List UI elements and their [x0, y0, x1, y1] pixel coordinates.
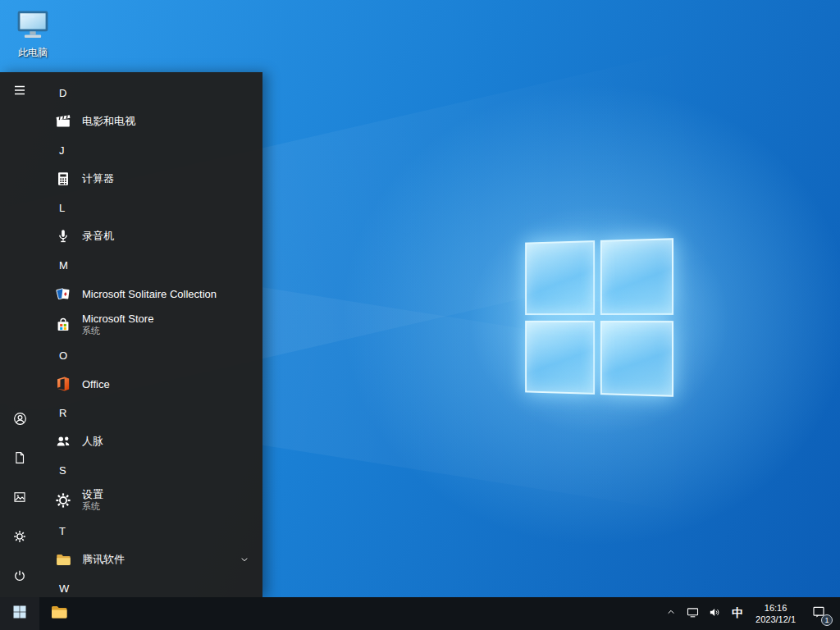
action-center-button[interactable]: 1 [802, 597, 835, 630]
settings-button[interactable] [0, 518, 39, 558]
start-menu-rail [0, 72, 39, 597]
start-app-list: D 电影和电视 J [39, 72, 262, 597]
app-item-settings[interactable]: 设置 系统 [39, 484, 262, 517]
section-letter-l[interactable]: L [39, 194, 262, 221]
speaker-icon [708, 605, 722, 623]
section-letter-j[interactable]: J [39, 136, 262, 164]
app-label: 腾讯软件 [82, 552, 125, 567]
app-item-calculator[interactable]: 计算器 [39, 164, 262, 194]
system-tray: 中 16:16 2023/12/1 1 [660, 597, 840, 630]
folder-icon [49, 602, 69, 625]
computer-monitor-icon [15, 31, 51, 45]
app-item-microsoft-store[interactable]: Microsoft Store 系统 [39, 308, 262, 341]
folder-icon [52, 549, 74, 570]
app-item-movies-tv[interactable]: 电影和电视 [39, 107, 262, 136]
app-label: 人脉 [82, 434, 103, 449]
clock-time: 16:16 [765, 602, 788, 614]
app-item-tencent-folder[interactable]: 腾讯软件 [39, 545, 262, 574]
expand-menu-button[interactable] [0, 72, 39, 112]
windows-logo [525, 238, 673, 397]
section-letter-d[interactable]: D [39, 79, 262, 107]
clock-date: 2023/12/1 [756, 614, 796, 625]
volume-button[interactable] [704, 597, 726, 630]
calculator-icon [52, 168, 74, 189]
section-letter-o[interactable]: O [39, 341, 262, 369]
windows-logo-pane [525, 240, 594, 314]
network-icon [686, 605, 700, 623]
notification-badge: 1 [821, 614, 833, 626]
office-icon [52, 373, 74, 395]
gear-icon [52, 490, 74, 511]
app-label: Office [82, 378, 110, 390]
app-item-voice-recorder[interactable]: 录音机 [39, 221, 262, 251]
app-label: Microsoft Store [82, 313, 153, 325]
windows-logo-pane [525, 320, 594, 394]
file-explorer-button[interactable] [39, 597, 79, 630]
documents-button[interactable] [0, 440, 39, 479]
network-button[interactable] [682, 597, 704, 630]
account-button[interactable] [0, 400, 39, 440]
section-letter-m[interactable]: M [39, 251, 262, 279]
pictures-button[interactable] [0, 479, 39, 518]
section-letter-s[interactable]: S [39, 456, 262, 484]
power-icon [12, 568, 27, 587]
app-sublabel: 系统 [82, 500, 103, 512]
windows-logo-pane [600, 321, 673, 397]
section-letter-t[interactable]: T [39, 517, 262, 545]
section-letter-w[interactable]: W [39, 574, 262, 597]
windows-logo-pane [600, 238, 673, 314]
start-menu: D 电影和电视 J [0, 72, 262, 597]
app-item-people[interactable]: 人脉 [39, 427, 262, 456]
taskbar-empty-area[interactable] [79, 597, 660, 630]
taskbar: 中 16:16 2023/12/1 1 [0, 597, 840, 630]
start-button[interactable] [0, 597, 39, 630]
app-label: 电影和电视 [82, 114, 135, 129]
gear-icon [12, 529, 27, 547]
windows-logo-icon [11, 604, 28, 623]
cards-icon [52, 283, 74, 304]
section-letter-r[interactable]: R [39, 399, 262, 427]
chevron-up-icon [664, 605, 678, 622]
clock[interactable]: 16:16 2023/12/1 [749, 597, 802, 630]
hamburger-icon [12, 83, 27, 101]
app-label: 设置 [82, 489, 103, 500]
app-label: Microsoft Solitaire Collection [82, 288, 217, 300]
store-bag-icon [52, 314, 74, 336]
people-icon [52, 431, 74, 452]
user-icon [12, 411, 28, 430]
show-hidden-icons-button[interactable] [660, 597, 682, 630]
desktop-icon-label: 此电脑 [10, 47, 56, 58]
power-button[interactable] [0, 558, 39, 597]
chevron-down-icon[interactable] [238, 553, 251, 566]
app-sublabel: 系统 [82, 325, 153, 336]
ime-indicator[interactable]: 中 [726, 597, 749, 630]
app-item-office[interactable]: Office [39, 369, 262, 399]
app-label: 录音机 [82, 229, 114, 244]
picture-icon [12, 490, 27, 508]
desktop-icon-this-pc[interactable]: 此电脑 [10, 7, 56, 58]
app-item-solitaire[interactable]: Microsoft Solitaire Collection [39, 279, 262, 308]
document-icon [12, 450, 27, 468]
microphone-icon [52, 226, 74, 247]
movies-tv-icon [52, 111, 74, 132]
app-label: 计算器 [82, 171, 114, 186]
